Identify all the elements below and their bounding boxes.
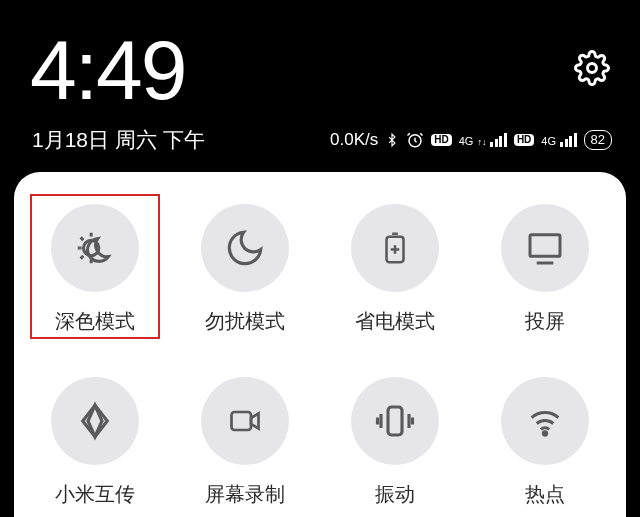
tile-vibrate[interactable]: 振动 (324, 373, 466, 512)
mi-share-icon (74, 400, 116, 442)
tile-label: 振动 (375, 481, 415, 508)
settings-button[interactable] (574, 50, 610, 90)
network-speed: 0.0K/s (330, 130, 378, 150)
tile-label: 屏幕录制 (205, 481, 285, 508)
tile-label: 省电模式 (355, 308, 435, 335)
hd-badge-1: HD (431, 134, 451, 146)
svg-point-7 (543, 432, 546, 435)
video-record-icon (221, 403, 269, 439)
bluetooth-icon (385, 130, 399, 150)
tile-dark-mode[interactable]: 深色模式 (24, 200, 166, 339)
moon-icon (224, 227, 266, 269)
tile-label: 投屏 (525, 308, 565, 335)
hd-badge-2: HD (514, 134, 534, 146)
hotspot-icon (522, 401, 568, 441)
gear-icon (574, 50, 610, 86)
alarm-icon (406, 131, 424, 149)
vibrate-icon (371, 400, 419, 442)
tile-label: 深色模式 (55, 308, 135, 335)
signal-2: 4G (541, 133, 576, 147)
tile-mi-share[interactable]: 小米互传 (24, 373, 166, 512)
tile-screen-record[interactable]: 屏幕录制 (174, 373, 316, 512)
tile-label: 热点 (525, 481, 565, 508)
tile-cast-screen[interactable]: 投屏 (474, 200, 616, 339)
clock-time: 4:49 (30, 28, 186, 112)
tile-label: 勿扰模式 (205, 308, 285, 335)
tile-do-not-disturb[interactable]: 勿扰模式 (174, 200, 316, 339)
tile-hotspot[interactable]: 热点 (474, 373, 616, 512)
signal-1: 4G ↑↓ (459, 133, 507, 147)
status-bar: 0.0K/s HD 4G ↑↓ HD 4G 82 (330, 130, 612, 150)
svg-rect-4 (530, 235, 560, 257)
battery-plus-icon (378, 225, 412, 271)
tile-label: 小米互传 (55, 481, 135, 508)
date-text: 1月18日 周六 下午 (32, 126, 205, 154)
battery-indicator: 82 (584, 130, 612, 150)
svg-point-0 (588, 64, 597, 73)
cast-icon (522, 228, 568, 268)
svg-rect-5 (232, 412, 252, 430)
tile-power-save[interactable]: 省电模式 (324, 200, 466, 339)
dark-mode-icon (72, 225, 118, 271)
svg-rect-6 (388, 407, 402, 435)
quick-settings-panel: 深色模式 勿扰模式 省电模式 (14, 172, 626, 517)
